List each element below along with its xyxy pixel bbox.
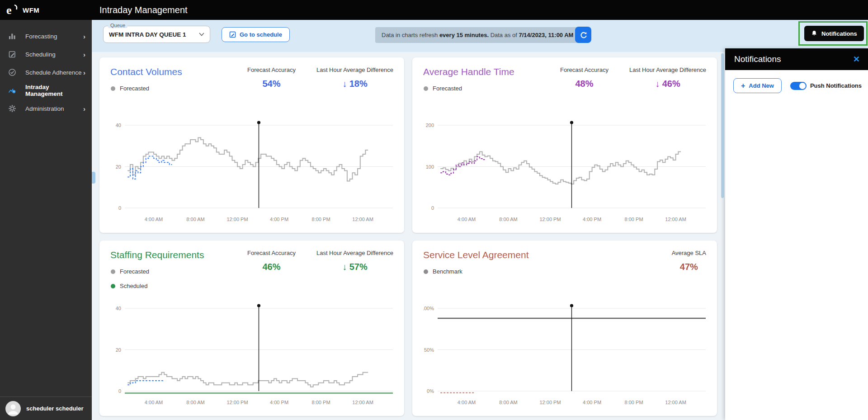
notifications-button-label: Notifications [821, 30, 857, 37]
svg-text:12:00 AM: 12:00 AM [665, 217, 686, 222]
svg-text:4:00 AM: 4:00 AM [145, 217, 163, 222]
legend-label: Benchmark [433, 268, 462, 275]
svg-text:0: 0 [118, 205, 121, 211]
close-icon[interactable]: ✕ [853, 54, 860, 64]
sidebar-item-schedule-adherence[interactable]: Schedule Adherence › [0, 63, 92, 81]
refresh-timestamp: 7/14/2023, 11:00 AM [519, 32, 574, 38]
svg-text:4:00 AM: 4:00 AM [145, 400, 163, 405]
stat-label: Last Hour Average Difference [316, 250, 393, 256]
sidebar-item-label: Scheduling [25, 51, 83, 58]
legend-dot-icon [111, 86, 115, 91]
svg-text:4:00 PM: 4:00 PM [270, 217, 288, 222]
legend-row: Forecasted [111, 85, 149, 92]
stat-label: Forecast Accuracy [247, 66, 296, 73]
bar-chart-icon [8, 32, 17, 41]
chart-stats: Forecast Accuracy54%Last Hour Average Di… [247, 66, 393, 89]
bell-icon [811, 30, 817, 37]
svg-text:8:00 PM: 8:00 PM [625, 217, 643, 222]
add-new-button[interactable]: + Add New [733, 78, 782, 93]
stat-column: Last Hour Average Difference↓ 57% [316, 250, 393, 272]
stat-value: 46% [247, 262, 296, 272]
legend-row: Benchmark [424, 268, 462, 275]
legend-label: Forecasted [120, 85, 149, 92]
chart-plot: 100%50%0%4:00 AM8:00 AM12:00 PM4:00 PM8:… [423, 304, 706, 410]
gear-icon [8, 104, 17, 113]
stat-label: Forecast Accuracy [560, 66, 609, 73]
chevron-down-icon [199, 33, 204, 36]
legend-row: Forecasted [424, 85, 462, 92]
stat-column: Forecast Accuracy48% [560, 66, 609, 89]
sidebar: Forecasting › Scheduling › Schedule Adhe… [0, 20, 92, 420]
chevron-right-icon: › [83, 51, 85, 58]
svg-text:8:00 PM: 8:00 PM [312, 217, 330, 222]
stat-label: Last Hour Average Difference [629, 66, 706, 73]
chart-card-service-level-agreement: Service Level Agreement Average SLA47% B… [412, 241, 717, 416]
go-to-schedule-button[interactable]: Go to schedule [222, 27, 290, 42]
sidebar-collapse-handle[interactable] [92, 172, 95, 184]
svg-text:8:00 PM: 8:00 PM [312, 400, 330, 405]
svg-text:8:00 AM: 8:00 AM [499, 400, 517, 405]
stat-value: 48% [560, 79, 609, 89]
legend-dot-icon [111, 269, 115, 274]
sidebar-item-scheduling[interactable]: Scheduling › [0, 45, 92, 63]
brand-name: WFM [23, 6, 39, 14]
sidebar-item-administration[interactable]: Administration › [0, 99, 92, 118]
svg-text:0: 0 [118, 388, 121, 394]
sidebar-item-label: Intraday Management [25, 84, 85, 97]
svg-text:8:00 AM: 8:00 AM [186, 400, 204, 405]
check-circle-icon [8, 68, 17, 77]
refresh-notice: Data in charts refresh every 15 minutes.… [375, 27, 580, 43]
svg-text:40: 40 [116, 123, 121, 128]
svg-text:4:00 PM: 4:00 PM [270, 400, 288, 405]
svg-text:50%: 50% [424, 347, 434, 353]
intraday-chart-clock-icon [8, 86, 17, 95]
svg-text:200: 200 [426, 123, 434, 128]
sidebar-item-forecasting[interactable]: Forecasting › [0, 27, 92, 45]
chart-stats: Average SLA47% [672, 250, 706, 272]
queue-select-label: Queue [108, 23, 127, 28]
svg-text:100%: 100% [423, 306, 434, 311]
stat-column: Last Hour Average Difference↓ 18% [316, 66, 393, 89]
queue-select[interactable]: Queue WFM INTRA DAY QUEUE 1 [103, 26, 210, 43]
svg-text:12:00 PM: 12:00 PM [227, 217, 248, 222]
content-scrollbar-thumb[interactable] [721, 53, 724, 198]
legend-dot-icon [424, 269, 428, 274]
svg-text:12:00 PM: 12:00 PM [227, 400, 248, 405]
stat-column: Average SLA47% [672, 250, 706, 272]
push-notifications-label: Push Notifications [810, 82, 862, 89]
chevron-right-icon: › [83, 69, 85, 76]
legend-row: Scheduled [111, 283, 149, 289]
stat-column: Last Hour Average Difference↓ 46% [629, 66, 706, 89]
sidebar-item-intraday-management[interactable]: Intraday Management [0, 81, 92, 99]
legend-label: Forecasted [120, 268, 149, 275]
notifications-panel-body: + Add New Push Notifications [725, 70, 868, 93]
legend-dot-icon [111, 284, 115, 288]
sidebar-item-label: Forecasting [25, 33, 83, 40]
stat-label: Average SLA [672, 250, 706, 256]
edit-square-icon [8, 50, 17, 59]
stat-column: Forecast Accuracy54% [247, 66, 296, 89]
stat-label: Forecast Accuracy [247, 250, 296, 256]
toolbar: Queue WFM INTRA DAY QUEUE 1 Go to schedu… [92, 20, 868, 52]
svg-text:40: 40 [116, 306, 121, 311]
user-block: scheduler scheduler [0, 396, 92, 420]
chart-stats: Forecast Accuracy46%Last Hour Average Di… [247, 250, 393, 272]
svg-text:0: 0 [431, 205, 434, 211]
chart-plot: 402004:00 AM8:00 AM12:00 PM4:00 PM8:00 P… [110, 304, 393, 410]
notifications-button[interactable]: Notifications [804, 26, 864, 41]
toggle-knob [799, 83, 806, 89]
svg-text:100: 100 [426, 164, 434, 170]
notifications-panel-header: Notifications ✕ [725, 48, 868, 70]
brand-logo-icon: e [5, 3, 19, 17]
stat-value: 54% [247, 79, 296, 89]
edit-schedule-icon [229, 31, 236, 38]
chart-plot: 402004:00 AM8:00 AM12:00 PM4:00 PM8:00 P… [110, 121, 393, 227]
svg-text:12:00 AM: 12:00 AM [665, 400, 686, 405]
top-bar: e WFM Intraday Management [0, 0, 868, 20]
chart-card-staffing-requirements: Staffing Requirements Forecast Accuracy4… [99, 241, 404, 416]
svg-text:4:00 PM: 4:00 PM [583, 400, 601, 405]
refresh-button[interactable] [575, 27, 591, 43]
svg-text:8:00 AM: 8:00 AM [499, 217, 517, 222]
push-notifications-toggle[interactable] [790, 82, 807, 90]
chart-card-contact-volumes: Contact Volumes Forecast Accuracy54%Last… [99, 57, 404, 233]
